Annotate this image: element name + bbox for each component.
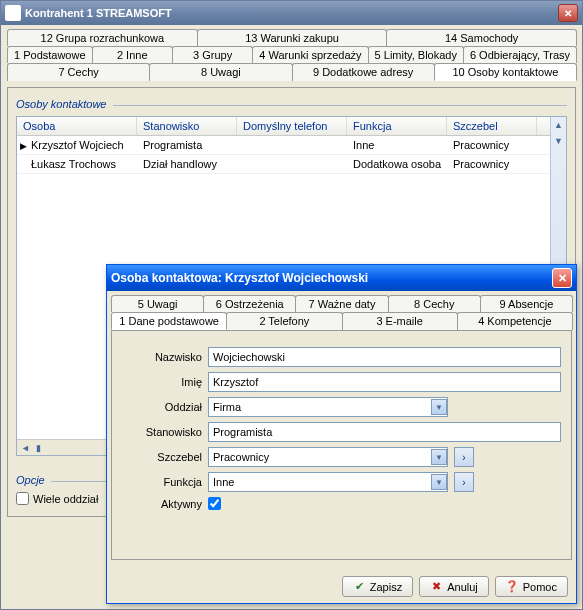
help-icon: ❓ [506, 580, 519, 593]
scroll-left-icon[interactable]: ◄ [21, 443, 30, 453]
cross-icon: ✖ [430, 580, 443, 593]
label-funkcja: Funkcja [122, 476, 202, 488]
cancel-button[interactable]: ✖ Anuluj [419, 576, 489, 597]
chevron-down-icon[interactable]: ▼ [431, 474, 447, 490]
col-funkcja[interactable]: Funkcja [347, 117, 447, 135]
tab-7[interactable]: 7 Cechy [7, 63, 150, 81]
szczebel-more-button[interactable]: › [454, 447, 474, 467]
funkcja-more-button[interactable]: › [454, 472, 474, 492]
input-stanowisko[interactable] [208, 422, 561, 442]
label-aktywny: Aktywny [122, 498, 202, 510]
main-tab-rows: 12 Grupa rozrachunkowa 13 Warunki zakupu… [7, 29, 576, 81]
tab-3[interactable]: 3 Grupy [172, 46, 253, 63]
label-oddzial: Oddział [122, 401, 202, 413]
dtab-1[interactable]: 1 Dane podstawowe [111, 312, 227, 330]
scroll-down-icon[interactable]: ▼ [551, 133, 566, 149]
dtab-6[interactable]: 6 Ostrzeżenia [203, 295, 296, 312]
table-row[interactable]: ▶Krzysztof Wojciech Programista Inne Pra… [17, 136, 550, 155]
col-osoba[interactable]: Osoba [17, 117, 137, 135]
check-icon: ✔ [353, 580, 366, 593]
select-oddzial[interactable]: Firma ▼ [208, 397, 448, 417]
help-button[interactable]: ❓ Pomoc [495, 576, 568, 597]
label-szczebel: Szczebel [122, 451, 202, 463]
tab-9[interactable]: 9 Dodatkowe adresy [292, 63, 435, 81]
dtab-3[interactable]: 3 E-maile [342, 312, 458, 330]
close-icon[interactable]: ✕ [558, 4, 578, 22]
dtab-7[interactable]: 7 Ważne daty [295, 295, 388, 312]
dtab-8[interactable]: 8 Cechy [388, 295, 481, 312]
table-row[interactable]: Łukasz Trochows Dział handlowy Dodatkowa… [17, 155, 550, 174]
col-stanowisko[interactable]: Stanowisko [137, 117, 237, 135]
checkbox-aktywny[interactable] [208, 497, 221, 510]
input-nazwisko[interactable] [208, 347, 561, 367]
multi-branch-label: Wiele oddział [33, 493, 98, 505]
main-titlebar: Kontrahent 1 STREAMSOFT ✕ [1, 1, 582, 25]
dtab-5[interactable]: 5 Uwagi [111, 295, 204, 312]
label-stanowisko: Stanowisko [122, 426, 202, 438]
label-nazwisko: Nazwisko [122, 351, 202, 363]
dialog-titlebar: Osoba kontaktowa: Krzysztof Wojciechowsk… [107, 265, 576, 291]
tab-1[interactable]: 1 Podstawowe [7, 46, 93, 63]
col-telefon[interactable]: Domyślny telefon [237, 117, 347, 135]
app-icon [5, 5, 21, 21]
tab-5[interactable]: 5 Limity, Blokady [368, 46, 464, 63]
tab-6[interactable]: 6 Odbierający, Trasy [463, 46, 577, 63]
dtab-4[interactable]: 4 Kompetencje [457, 312, 573, 330]
row-marker-icon: ▶ [20, 141, 27, 151]
tab-14[interactable]: 14 Samochody [386, 29, 577, 46]
multi-branch-checkbox[interactable] [16, 492, 29, 505]
dtab-2[interactable]: 2 Telefony [226, 312, 342, 330]
col-szczebel[interactable]: Szczebel [447, 117, 537, 135]
label-imie: Imię [122, 376, 202, 388]
tab-10[interactable]: 10 Osoby kontaktowe [434, 63, 577, 81]
chevron-down-icon[interactable]: ▼ [431, 399, 447, 415]
dialog-close-icon[interactable]: ✕ [552, 268, 572, 288]
select-szczebel[interactable]: Pracownicy ▼ [208, 447, 448, 467]
grid-header: Osoba Stanowisko Domyślny telefon Funkcj… [17, 117, 550, 136]
scroll-track-icon[interactable]: ▮ [36, 443, 41, 453]
scroll-up-icon[interactable]: ▲ [551, 117, 566, 133]
select-funkcja[interactable]: Inne ▼ [208, 472, 448, 492]
tab-4[interactable]: 4 Warunki sprzedaży [252, 46, 368, 63]
input-imie[interactable] [208, 372, 561, 392]
tab-8[interactable]: 8 Uwagi [149, 63, 292, 81]
dialog-panel: Nazwisko Imię Oddział Firma ▼ Stanowisko… [111, 330, 572, 560]
group-contacts-label: Osoby kontaktowe [16, 98, 567, 110]
contact-dialog: Osoba kontaktowa: Krzysztof Wojciechowsk… [106, 264, 577, 604]
save-button[interactable]: ✔ Zapisz [342, 576, 413, 597]
dialog-title: Osoba kontaktowa: Krzysztof Wojciechowsk… [111, 271, 368, 285]
tab-12[interactable]: 12 Grupa rozrachunkowa [7, 29, 198, 46]
tab-2[interactable]: 2 Inne [92, 46, 173, 63]
chevron-down-icon[interactable]: ▼ [431, 449, 447, 465]
window-title: Kontrahent 1 STREAMSOFT [25, 7, 172, 19]
dtab-9[interactable]: 9 Absencje [480, 295, 573, 312]
tab-13[interactable]: 13 Warunki zakupu [197, 29, 388, 46]
